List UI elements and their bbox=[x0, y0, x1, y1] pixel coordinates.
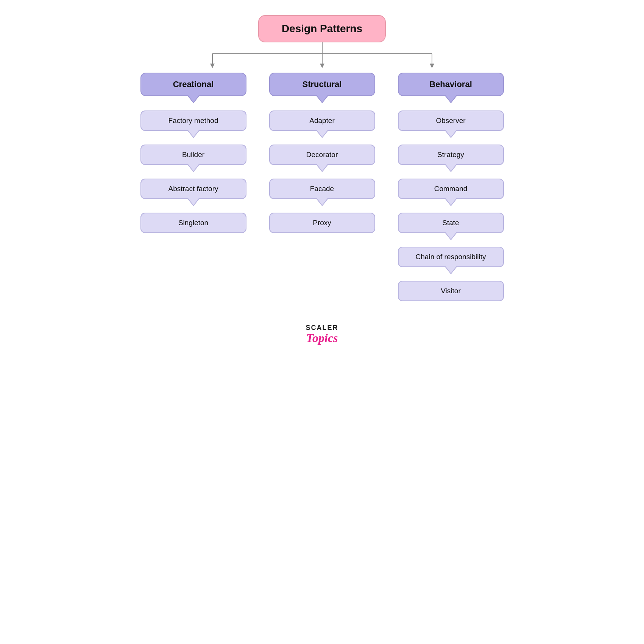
diagram-container: Design Patterns Creational Factory metho… bbox=[114, 15, 530, 344]
child-facade: Facade bbox=[269, 179, 375, 199]
category-creational: Creational bbox=[140, 73, 246, 96]
child-factory-method: Factory method bbox=[140, 110, 246, 131]
category-creational-label: Creational bbox=[173, 79, 214, 89]
root-connector-svg bbox=[159, 42, 485, 73]
column-behavioral: Behavioral Observer Strategy Command Sta… bbox=[398, 73, 504, 301]
child-builder: Builder bbox=[140, 145, 246, 165]
category-behavioral: Behavioral bbox=[398, 73, 504, 96]
child-state: State bbox=[398, 213, 504, 233]
child-abstract-factory: Abstract factory bbox=[140, 179, 246, 199]
category-structural: Structural bbox=[269, 73, 375, 96]
brand-topics-text: Topics bbox=[306, 332, 338, 344]
child-chain-of-responsibility: Chain of responsibility bbox=[398, 247, 504, 267]
columns-container: Creational Factory method Builder Abstra… bbox=[123, 73, 521, 301]
svg-marker-5 bbox=[210, 64, 215, 68]
child-singleton: Singleton bbox=[140, 213, 246, 233]
child-visitor: Visitor bbox=[398, 281, 504, 301]
root-node: Design Patterns bbox=[258, 15, 386, 42]
brand-footer: SCALER Topics bbox=[306, 324, 338, 344]
category-behavioral-label: Behavioral bbox=[429, 79, 472, 89]
child-observer: Observer bbox=[398, 110, 504, 131]
column-creational: Creational Factory method Builder Abstra… bbox=[140, 73, 246, 233]
child-command: Command bbox=[398, 179, 504, 199]
child-adapter: Adapter bbox=[269, 110, 375, 131]
brand-scaler-text: SCALER bbox=[306, 324, 338, 332]
svg-marker-6 bbox=[320, 64, 324, 68]
root-label: Design Patterns bbox=[282, 23, 362, 34]
category-structural-label: Structural bbox=[303, 79, 342, 89]
column-structural: Structural Adapter Decorator Facade Prox… bbox=[269, 73, 375, 233]
child-proxy: Proxy bbox=[269, 213, 375, 233]
child-decorator: Decorator bbox=[269, 145, 375, 165]
svg-marker-7 bbox=[430, 64, 434, 68]
child-strategy: Strategy bbox=[398, 145, 504, 165]
